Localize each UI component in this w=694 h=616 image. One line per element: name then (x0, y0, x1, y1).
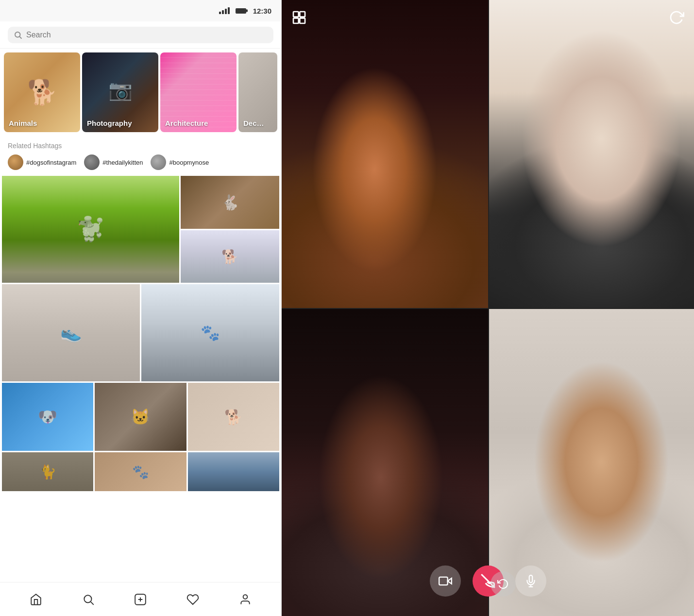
rotate-icon (669, 10, 684, 25)
signal-bar-3 (225, 9, 227, 14)
bottom-nav (0, 582, 281, 616)
camera-icon (439, 574, 452, 588)
category-deco[interactable]: Dec… (238, 52, 277, 132)
hashtags-title: Related Hashtags (8, 142, 273, 150)
category-architecture[interactable]: Architecture (160, 52, 237, 132)
nav-add[interactable] (130, 589, 151, 610)
category-animals[interactable]: Animals (4, 52, 80, 132)
search-input-container[interactable] (8, 27, 273, 43)
category-architecture-label: Architecture (165, 119, 208, 127)
hashtag-boopmynose[interactable]: #boopmynose (151, 154, 209, 170)
video-controls (430, 565, 546, 597)
photo-small-stack: 🐇 🐕 (181, 176, 279, 283)
signal-icon (219, 7, 230, 14)
svg-rect-8 (293, 12, 299, 17)
category-photography[interactable]: Photography (82, 52, 158, 132)
expand-icon-container[interactable] (291, 10, 307, 25)
status-bar: 12:30 (0, 0, 281, 21)
svg-marker-12 (447, 578, 451, 584)
camera-button[interactable] (430, 565, 461, 597)
category-animals-label: Animals (9, 119, 37, 127)
svg-point-7 (243, 595, 248, 599)
category-deco-label: Dec… (243, 119, 264, 127)
hashtag-text-kitten: #thedailykitten (102, 159, 143, 166)
signal-bar-2 (222, 10, 224, 14)
photo-grid: 🐩 🐇 🐕 👟 🐾 🐶 (0, 174, 281, 582)
svg-point-0 (15, 32, 20, 37)
photo-cat-bottom[interactable]: 🐈 (2, 452, 93, 491)
hashtag-dogsofinstagram[interactable]: #dogsofinstagram (8, 154, 76, 170)
nav-profile[interactable] (235, 589, 256, 610)
video-call-panel (282, 0, 694, 616)
callback-button-area (491, 571, 516, 597)
category-photography-label: Photography (87, 119, 132, 127)
signal-bar-1 (219, 12, 221, 14)
home-icon (30, 593, 42, 606)
search-icon (14, 31, 22, 39)
expand-icon (291, 10, 307, 25)
hashtag-text-dogs: #dogsofinstagram (26, 159, 76, 166)
battery-fill (237, 9, 245, 13)
callback-icon (497, 578, 509, 590)
photo-dog-snow[interactable]: 🐕 (181, 230, 279, 283)
photo-dog-bed[interactable]: 🐕 (188, 383, 279, 451)
svg-rect-9 (300, 12, 305, 17)
hashtag-avatar-boop (151, 154, 166, 170)
svg-rect-13 (439, 577, 448, 585)
photo-dog-grass[interactable]: 🐩 (2, 176, 179, 283)
photo-dog-plaid[interactable]: 🐾 (141, 284, 279, 381)
svg-point-2 (84, 595, 91, 602)
heart-icon (186, 593, 199, 606)
photo-shoes[interactable]: 👟 (2, 284, 140, 381)
photo-row-4: 🐈 🐾 (2, 452, 279, 491)
svg-rect-10 (293, 18, 299, 23)
photo-row-3: 🐶 🐱 🐕 (2, 383, 279, 451)
rotate-icon-container[interactable] (669, 10, 684, 25)
photo-animal-bottom[interactable]: 🐾 (95, 452, 186, 491)
svg-line-1 (19, 36, 21, 38)
search-input[interactable] (26, 31, 268, 39)
search-bar (0, 21, 281, 49)
battery-icon (236, 8, 246, 14)
hashtags-section: Related Hashtags #dogsofinstagram #theda… (0, 136, 281, 174)
video-cell-1 (282, 0, 488, 308)
search-nav-icon (82, 593, 95, 606)
hashtag-avatar-dogs (8, 154, 23, 170)
video-cell-2 (488, 0, 694, 308)
hashtags-row: #dogsofinstagram #thedailykitten #boopmy… (8, 154, 273, 170)
photo-row-2: 👟 🐾 (2, 284, 279, 381)
hashtag-thedailykitten[interactable]: #thedailykitten (84, 154, 143, 170)
mic-button[interactable] (515, 565, 546, 597)
signal-bar-4 (228, 7, 230, 14)
hashtag-text-boop: #boopmynose (169, 159, 209, 166)
photo-dog-pool[interactable]: 🐶 (2, 383, 93, 451)
hashtag-avatar-kitten (84, 154, 100, 170)
nav-home[interactable] (25, 589, 47, 610)
photo-landscape-bottom[interactable] (188, 452, 279, 491)
photo-cat-laptop[interactable]: 🐱 (95, 383, 186, 451)
instagram-search-panel: 12:30 Animals Photography Architecture D… (0, 0, 282, 616)
status-time: 12:30 (253, 7, 271, 15)
photo-rabbit[interactable]: 🐇 (181, 176, 279, 229)
svg-line-3 (91, 601, 94, 604)
nav-heart[interactable] (182, 589, 203, 610)
mic-icon (525, 575, 537, 587)
nav-search[interactable] (78, 589, 99, 610)
callback-button[interactable] (491, 571, 516, 597)
svg-rect-11 (300, 18, 305, 23)
categories-row: Animals Photography Architecture Dec… (0, 49, 281, 136)
profile-icon (239, 593, 252, 606)
add-icon (134, 593, 147, 606)
photo-row-1: 🐩 🐇 🐕 (2, 176, 279, 283)
